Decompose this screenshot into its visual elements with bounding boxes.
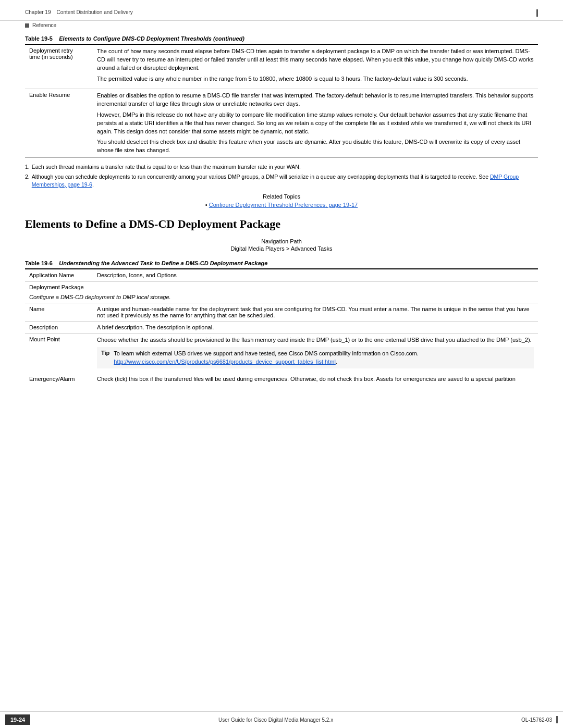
nav-path-label: Navigation Path [25, 238, 538, 244]
configure-text: Configure a DMS-CD deployment to DMP loc… [25, 291, 538, 303]
footer-bar-icon [556, 716, 558, 723]
table5: Deployment retrytime (in seconds) The co… [25, 44, 538, 158]
ref-square-icon [25, 23, 29, 28]
footnote-num: 2. [25, 173, 30, 188]
page-container: Chapter 19 Content Distribution and Deli… [0, 0, 563, 728]
tip-box: Tip To learn which external USB drives w… [97, 347, 534, 368]
page-header: Chapter 19 Content Distribution and Deli… [0, 0, 563, 20]
cell-content: Choose whether the assets should be prov… [93, 334, 538, 373]
configure-row: Configure a DMS-CD deployment to DMP loc… [25, 291, 538, 303]
page-number: 19-24 [5, 714, 30, 725]
footer-doc-number: OL-15762-03 [521, 716, 558, 723]
table-row: Name A unique and human-readable name fo… [25, 303, 538, 322]
related-topics-title: Related Topics [25, 193, 538, 200]
section-heading: Elements to Define a DMS-CD Deployment P… [25, 217, 538, 231]
col-header-2: Description, Icons, and Options [93, 269, 538, 281]
footnotes: 1. Each such thread maintains a transfer… [25, 163, 538, 188]
footnote-2: 2. Although you can schedule deployments… [25, 173, 538, 188]
nav-path-value: Digital Media Players > Advanced Tasks [25, 245, 538, 252]
header-bar-icon [536, 9, 538, 17]
section-label: Deployment Package [25, 281, 538, 292]
tip-label: Tip [101, 350, 109, 366]
footnote-num: 1. [25, 163, 30, 171]
footnote-link[interactable]: DMP Group Memberships, page 19-6 [32, 174, 519, 188]
cell-label: Enable Resume [25, 89, 93, 158]
cell-label: Description [25, 322, 93, 334]
main-content: Table 19-5 Elements to Configure DMS-CD … [0, 29, 563, 385]
related-topics: Related Topics Configure Deployment Thre… [25, 193, 538, 208]
col-header-1: Application Name [25, 269, 93, 281]
cell-label: Deployment retrytime (in seconds) [25, 44, 93, 89]
cell-label: Mount Point [25, 334, 93, 373]
table-row: Description A brief description. The des… [25, 322, 538, 334]
cell-content: Enables or disables the option to resume… [93, 89, 538, 158]
table6-title: Table 19-6 Understanding the Advanced Ta… [25, 257, 538, 268]
cell-content: A brief description. The description is … [93, 322, 538, 334]
header-chapter: Chapter 19 Content Distribution and Deli… [25, 9, 133, 15]
cell-label: Emergency/Alarm [25, 373, 93, 385]
table-row: Emergency/Alarm Check (tick) this box if… [25, 373, 538, 385]
cell-content: Check (tick) this box if the transferred… [93, 373, 538, 385]
page-footer: 19-24 User Guide for Cisco Digital Media… [0, 711, 563, 728]
table-row: Enable Resume Enables or disables the op… [25, 89, 538, 158]
footnote-text: Although you can schedule deployments to… [32, 173, 538, 188]
cell-content: The count of how many seconds must elaps… [93, 44, 538, 89]
table5-title: Table 19-5 Elements to Configure DMS-CD … [25, 32, 538, 44]
section-label-row: Deployment Package [25, 281, 538, 292]
list-item: Configure Deployment Threshold Preferenc… [25, 202, 538, 208]
tip-content: To learn which external USB drives we su… [114, 350, 418, 366]
table-row: Mount Point Choose whether the assets sh… [25, 334, 538, 373]
nav-path: Navigation Path Digital Media Players > … [25, 238, 538, 252]
cell-content: A unique and human-readable name for the… [93, 303, 538, 322]
reference-label: Reference [0, 20, 563, 29]
footnote-text: Each such thread maintains a transfer ra… [32, 163, 301, 171]
table6: Application Name Description, Icons, and… [25, 268, 538, 385]
footer-guide-text: User Guide for Cisco Digital Media Manag… [218, 717, 333, 723]
table-row: Deployment retrytime (in seconds) The co… [25, 44, 538, 89]
related-topic-link[interactable]: Configure Deployment Threshold Preferenc… [209, 202, 358, 208]
header-right [534, 9, 538, 17]
related-topics-list: Configure Deployment Threshold Preferenc… [25, 202, 538, 208]
cell-label: Name [25, 303, 93, 322]
tip-link[interactable]: http://www.cisco.com/en/US/products/ps66… [114, 359, 336, 365]
table-header-row: Application Name Description, Icons, and… [25, 269, 538, 281]
footnote-1: 1. Each such thread maintains a transfer… [25, 163, 538, 171]
